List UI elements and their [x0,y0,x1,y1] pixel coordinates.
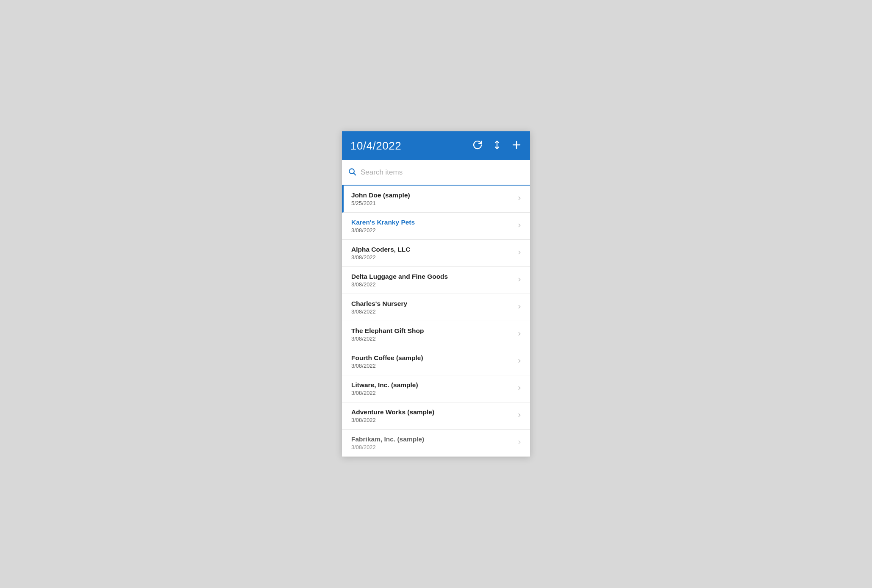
item-date: 3/08/2022 [351,281,448,288]
list-item[interactable]: Alpha Coders, LLC3/08/2022 [342,240,530,267]
chevron-right-icon [517,304,522,311]
item-date: 3/08/2022 [351,308,407,315]
item-date: 5/25/2021 [351,200,410,206]
chevron-right-icon [517,195,522,203]
list-item-content: The Elephant Gift Shop3/08/2022 [351,327,424,342]
add-icon[interactable] [511,140,522,152]
list-item[interactable]: Litware, Inc. (sample)3/08/2022 [342,375,530,402]
item-date: 3/08/2022 [351,444,424,450]
chevron-right-icon [517,331,522,338]
list-item-content: Alpha Coders, LLC3/08/2022 [351,246,411,261]
item-date: 3/08/2022 [351,336,424,342]
search-icon [348,167,356,178]
item-date: 3/08/2022 [351,227,415,233]
item-name: John Doe (sample) [351,191,410,199]
list-item-content: Karen's Kranky Pets3/08/2022 [351,219,415,233]
svg-line-4 [354,173,356,175]
chevron-right-icon [517,358,522,366]
list-item[interactable]: Charles's Nursery3/08/2022 [342,294,530,321]
list-item[interactable]: Fabrikam, Inc. (sample)3/08/2022 [342,430,530,457]
sort-icon[interactable] [492,140,502,152]
item-name: Fabrikam, Inc. (sample) [351,435,424,443]
chevron-right-icon [517,222,522,230]
item-date: 3/08/2022 [351,254,411,261]
item-name: The Elephant Gift Shop [351,327,424,335]
list-item-content: John Doe (sample)5/25/2021 [351,191,410,206]
item-date: 3/08/2022 [351,363,423,369]
list-item-content: Adventure Works (sample)3/08/2022 [351,408,434,423]
list-item[interactable]: Karen's Kranky Pets3/08/2022 [342,213,530,240]
list-item[interactable]: The Elephant Gift Shop3/08/2022 [342,321,530,348]
item-name: Karen's Kranky Pets [351,219,415,226]
item-name: Fourth Coffee (sample) [351,354,423,362]
item-date: 3/08/2022 [351,417,434,423]
list-item[interactable]: Fourth Coffee (sample)3/08/2022 [342,348,530,375]
app-container: 10/4/2022 [342,131,530,457]
item-name: Delta Luggage and Fine Goods [351,273,448,280]
item-name: Charles's Nursery [351,300,407,308]
list-item[interactable]: Adventure Works (sample)3/08/2022 [342,402,530,430]
chevron-right-icon [517,412,522,420]
header-title: 10/4/2022 [350,139,401,153]
chevron-right-icon [517,277,522,284]
header: 10/4/2022 [342,131,530,160]
chevron-right-icon [517,385,522,393]
list-item-content: Fourth Coffee (sample)3/08/2022 [351,354,423,369]
refresh-icon[interactable] [472,140,483,152]
list-item-content: Charles's Nursery3/08/2022 [351,300,407,315]
chevron-right-icon [517,250,522,257]
list: John Doe (sample)5/25/2021Karen's Kranky… [342,186,530,457]
list-item[interactable]: Delta Luggage and Fine Goods3/08/2022 [342,267,530,294]
item-name: Adventure Works (sample) [351,408,434,416]
list-item-content: Delta Luggage and Fine Goods3/08/2022 [351,273,448,288]
list-item-content: Litware, Inc. (sample)3/08/2022 [351,381,418,396]
list-item[interactable]: John Doe (sample)5/25/2021 [342,186,530,213]
item-date: 3/08/2022 [351,390,418,396]
chevron-right-icon [517,439,522,447]
header-actions [472,140,522,152]
search-input[interactable] [361,168,524,177]
item-name: Alpha Coders, LLC [351,246,411,253]
list-item-content: Fabrikam, Inc. (sample)3/08/2022 [351,435,424,450]
search-bar [342,160,530,186]
item-name: Litware, Inc. (sample) [351,381,418,389]
